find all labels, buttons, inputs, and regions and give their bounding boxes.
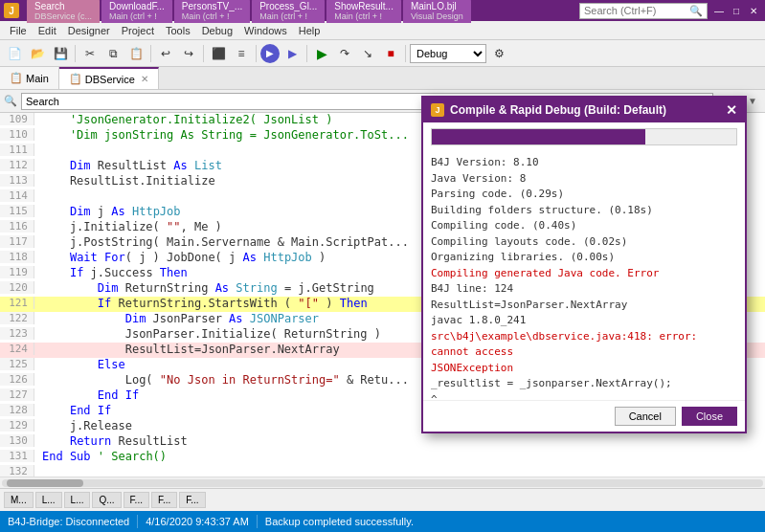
run2-button[interactable]: ▶ [281,43,303,64]
save-button[interactable]: 💾 [50,43,71,64]
cut-button[interactable]: ✂ [79,43,101,64]
sep6 [405,45,406,62]
tab-dbservice-close[interactable]: ✕ [141,74,148,84]
sep5 [306,45,307,62]
log-line-7: Compiling generated Java code. Error [431,266,737,282]
bottom-tab-f3[interactable]: F... [179,492,205,508]
menu-debug[interactable]: Debug [196,23,238,38]
bottom-panel: M... L... L... Q... F... F... F... [0,488,765,511]
open-button[interactable]: 📂 [27,43,48,64]
close-button[interactable]: ✕ [746,3,761,18]
dialog-body: B4J Version: 8.10 Java Version: 8 Parsin… [423,151,745,400]
title-tab-download[interactable]: DownloadF... Main (ctrl + ! [101,0,172,23]
stop-button[interactable]: ■ [380,43,401,64]
tab-main-label: Main [26,73,49,84]
sep1 [75,45,76,62]
step-over-button[interactable]: ↷ [334,43,355,64]
title-bar: J Search DBService (c... DownloadF... Ma… [0,0,765,21]
status-sep2 [257,515,258,528]
menu-edit[interactable]: Edit [33,23,62,38]
title-tab-persons[interactable]: PersonsTV_... Main (ctrl + ! [174,0,250,23]
play-button[interactable]: ▶ [311,43,332,64]
log-line-5: Compiling layouts code. (0.02s) [431,234,737,251]
dialog-cancel-button[interactable]: Cancel [615,407,676,426]
h-scrollbar[interactable] [0,477,765,488]
paste-button[interactable]: 📋 [125,43,146,64]
status-date: 4/16/2020 9:43:37 AM [146,516,249,527]
window-controls: — □ ✕ [711,3,761,18]
bottom-tab-f1[interactable]: F... [124,492,149,508]
dialog-title: Compile & Rapid Debug (Build: Default) [450,103,666,117]
log-line-13: _resultlist = _jsonparser.NextArray(); [431,376,737,392]
dialog-close-button[interactable]: ✕ [726,102,737,118]
bottom-tab-q[interactable]: Q... [92,492,121,508]
bottom-tab-m[interactable]: M... [4,492,34,508]
breakpoints-button[interactable]: ≡ [231,43,252,64]
log-line-12: JSONException [431,361,737,377]
menu-help[interactable]: Help [293,23,326,38]
step-into-button[interactable]: ↘ [357,43,378,64]
sep4 [256,45,257,62]
title-tab-showresult[interactable]: ShowResult... Main (ctrl + ! [326,0,401,23]
redo-button[interactable]: ↪ [178,43,199,64]
app-icon: J [4,3,19,18]
title-tab-search[interactable]: Search DBService (c... [27,0,100,23]
code-line-132: 132 [0,465,765,477]
dialog-progress-fill [432,129,645,144]
log-line-10: javac 1.8.0_241 [431,313,737,329]
title-tab-process[interactable]: Process_Gl... Main (ctrl + ! [252,0,325,23]
build-config-select[interactable]: Debug Release [410,44,486,63]
code-line-130: 130 Return ResultList [0,434,765,450]
bottom-tab-l1[interactable]: L... [35,492,62,508]
code-line-131: 131 End Sub ' Search() [0,450,765,465]
bottom-tab-l2[interactable]: L... [64,492,91,508]
status-backup: Backup completed successfully. [265,516,414,527]
tab-main[interactable]: 📋 Main [0,67,59,89]
tab-main-icon: 📋 [10,72,23,84]
log-line-14: ^ [431,392,737,401]
scroll-track [2,479,763,487]
log-line-9: ResultList=JsonParser.NextArray [431,298,737,314]
compile-dialog: J Compile & Rapid Debug (Build: Default)… [421,96,747,433]
undo-button[interactable]: ↩ [155,43,176,64]
title-search-box[interactable]: 🔍 [579,3,708,19]
log-line-4: Compiling code. (0.40s) [431,218,737,234]
log-line-8: B4J line: 124 [431,281,737,298]
copy-button[interactable]: ⧉ [102,43,124,64]
title-tab-mainlo[interactable]: MainLO.bjl Visual Design [403,0,471,23]
sep2 [150,45,151,62]
config-button[interactable]: ⚙ [488,43,509,64]
menu-file[interactable]: File [4,23,33,38]
toolbar: 📄 📂 💾 ✂ ⧉ 📋 ↩ ↪ ⬛ ≡ ▶ ▶ ▶ ↷ ↘ ■ Debug Re… [0,40,765,67]
scroll-thumb[interactable] [7,479,83,487]
menu-tools[interactable]: Tools [160,23,196,38]
dialog-close-btn[interactable]: Close [682,407,737,426]
menu-bar: File Edit Designer Project Tools Debug W… [0,21,765,40]
log-line-0: B4J Version: 8.10 [431,155,737,171]
log-line-3: Building folders structure. (0.18s) [431,203,737,219]
tab-dbservice[interactable]: 📋 DBService ✕ [59,67,159,89]
menu-designer[interactable]: Designer [62,23,116,38]
menu-windows[interactable]: Windows [238,23,293,38]
log-line-2: Parsing code. (0.29s) [431,187,737,203]
status-bar: B4J-Bridge: Disconnected 4/16/2020 9:43:… [0,511,765,532]
dialog-progress-bar [431,128,737,145]
sep3 [203,45,204,62]
search-label-icon: 🔍 [4,95,17,107]
tab-db-icon: 📋 [69,73,82,85]
title-tabs: Search DBService (c... DownloadF... Main… [27,0,575,23]
title-search-input[interactable] [584,5,689,16]
breakpoint-button[interactable]: ⬛ [208,43,229,64]
maximize-button[interactable]: □ [729,3,744,18]
run-button[interactable]: ▶ [260,44,280,63]
new-button[interactable]: 📄 [4,43,25,64]
status-sep1 [137,515,138,528]
menu-project[interactable]: Project [116,23,160,38]
dialog-footer: Cancel Close [423,400,745,432]
tab-dbservice-label: DBService [85,74,135,85]
minimize-button[interactable]: — [711,3,727,18]
search-icon: 🔍 [689,5,703,17]
dialog-titlebar: J Compile & Rapid Debug (Build: Default)… [423,98,745,122]
bottom-tab-f2[interactable]: F... [151,492,177,508]
log-line-11: src\b4j\example\dbservice.java:418: erro… [431,329,737,361]
